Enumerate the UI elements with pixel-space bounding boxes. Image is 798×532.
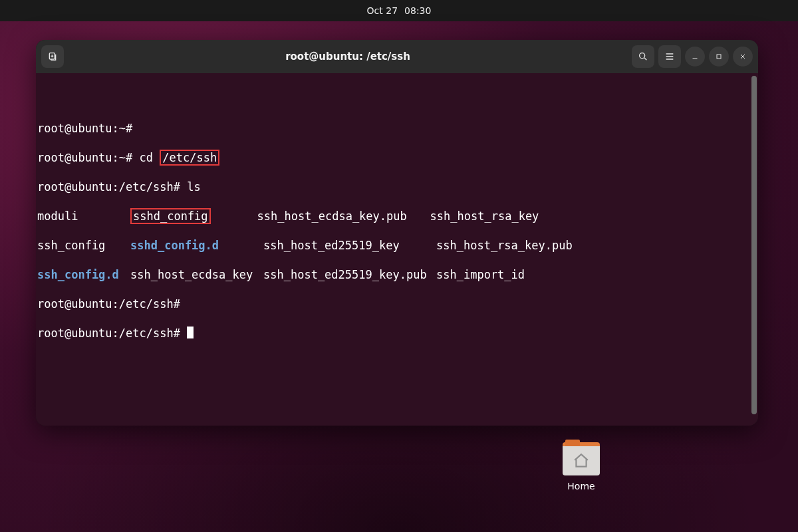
prompt: root@ubuntu:/etc/ssh# [37,297,180,311]
ls-col: ssh_host_ed25519_key [263,238,436,253]
maximize-icon [715,53,723,61]
close-icon [739,53,747,61]
ls-col: ssh_host_ecdsa_key [130,267,263,282]
top-panel: Oct 27 08:30 [0,0,798,21]
ls-col: ssh_host_ecdsa_key.pub [257,209,430,223]
highlight-sshd-config: sshd_config [130,208,211,224]
search-button[interactable] [632,45,654,68]
svg-rect-2 [717,55,721,59]
topbar-time: 08:30 [404,5,431,16]
prompt: root@ubuntu:/etc/ssh# [37,180,180,194]
home-icon [573,452,590,469]
desktop-icon-home[interactable]: Home [563,442,600,491]
terminal-scrollbar[interactable] [751,76,757,414]
minimize-icon [691,53,699,61]
topbar-date: Oct 27 [367,5,398,16]
search-icon [638,51,648,62]
cursor [187,327,194,338]
close-button[interactable] [733,47,753,66]
hamburger-menu-button[interactable] [658,45,681,68]
cmd-cd: cd [140,151,153,164]
ls-col: ssh_import_id [436,268,525,281]
terminal-window: root@ubuntu: /etc/ssh root@ubuntu:~# roo… [36,40,758,426]
folder-icon [563,442,600,475]
window-titlebar[interactable]: root@ubuntu: /etc/ssh [36,40,758,73]
new-tab-button[interactable] [41,45,64,68]
ls-col: moduli [37,209,130,223]
prompt: root@ubuntu:~# [37,151,132,164]
cmd-ls: ls [187,180,200,194]
ls-col: ssh_host_rsa_key.pub [436,239,573,252]
ls-col-dir: sshd_config.d [130,238,263,253]
ls-col: ssh_host_ed25519_key.pub [263,267,436,282]
hamburger-icon [664,51,675,62]
minimize-button[interactable] [685,47,705,66]
ls-col: ssh_config [37,238,130,253]
terminal-body[interactable]: root@ubuntu:~# root@ubuntu:~# cd /etc/ss… [36,73,758,426]
window-title: root@ubuntu: /etc/ssh [64,51,632,63]
highlight-cd-arg: /etc/ssh [160,150,219,166]
terminal-content: root@ubuntu:~# root@ubuntu:~# cd /etc/ss… [37,106,754,426]
maximize-button[interactable] [709,47,729,66]
ls-col: ssh_host_rsa_key [430,209,539,223]
ls-col-dir: ssh_config.d [37,267,130,282]
desktop-icon-label: Home [563,481,600,491]
svg-point-1 [640,53,645,59]
prompt: root@ubuntu:/etc/ssh# [37,327,180,340]
prompt: root@ubuntu:~# [37,122,132,135]
new-tab-icon [47,51,58,62]
